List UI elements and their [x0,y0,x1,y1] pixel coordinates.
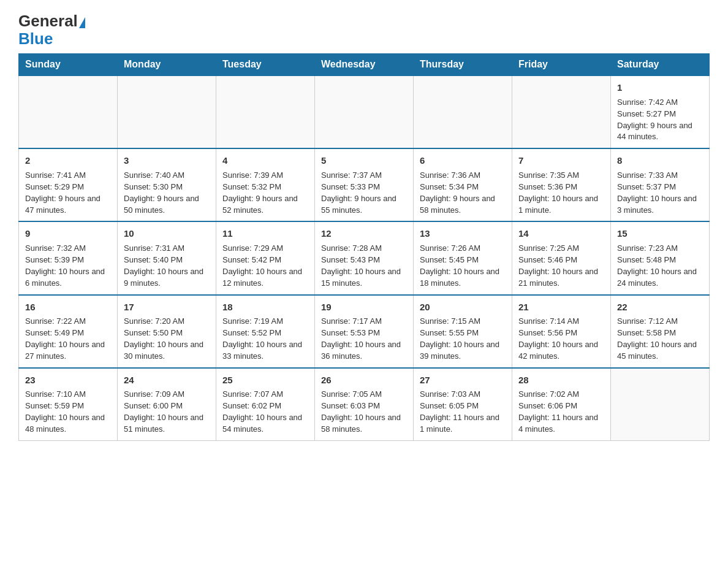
calendar-cell [611,368,710,441]
day-number: 6 [420,154,506,167]
day-number: 10 [124,227,210,240]
calendar-cell: 4Sunrise: 7:39 AM Sunset: 5:32 PM Daylig… [216,148,315,221]
day-number: 25 [222,373,308,387]
day-info: Sunrise: 7:14 AM Sunset: 5:56 PM Dayligh… [518,316,604,362]
calendar-cell: 12Sunrise: 7:28 AM Sunset: 5:43 PM Dayli… [315,221,414,294]
weekday-header-thursday: Thursday [414,54,512,76]
logo: General Blue [18,12,85,47]
calendar-cell: 23Sunrise: 7:10 AM Sunset: 5:59 PM Dayli… [19,368,118,441]
calendar-cell: 20Sunrise: 7:15 AM Sunset: 5:55 PM Dayli… [414,295,512,368]
calendar-cell [216,75,315,148]
day-number: 22 [617,301,703,314]
weekday-header-monday: Monday [118,54,216,76]
day-number: 16 [25,301,111,314]
calendar-cell: 10Sunrise: 7:31 AM Sunset: 5:40 PM Dayli… [118,221,216,294]
calendar-cell: 9Sunrise: 7:32 AM Sunset: 5:39 PM Daylig… [19,221,118,294]
calendar-cell: 2Sunrise: 7:41 AM Sunset: 5:29 PM Daylig… [19,148,118,221]
day-info: Sunrise: 7:19 AM Sunset: 5:52 PM Dayligh… [222,316,308,362]
day-info: Sunrise: 7:35 AM Sunset: 5:36 PM Dayligh… [518,170,604,216]
calendar-cell [414,75,512,148]
day-info: Sunrise: 7:37 AM Sunset: 5:33 PM Dayligh… [321,170,407,216]
day-info: Sunrise: 7:12 AM Sunset: 5:58 PM Dayligh… [617,316,703,362]
day-number: 28 [518,373,604,387]
calendar-cell: 7Sunrise: 7:35 AM Sunset: 5:36 PM Daylig… [512,148,611,221]
day-number: 20 [420,301,506,314]
calendar-cell: 13Sunrise: 7:26 AM Sunset: 5:45 PM Dayli… [414,221,512,294]
calendar-cell: 28Sunrise: 7:02 AM Sunset: 6:06 PM Dayli… [512,368,611,441]
day-info: Sunrise: 7:26 AM Sunset: 5:45 PM Dayligh… [420,243,506,289]
calendar-cell: 14Sunrise: 7:25 AM Sunset: 5:46 PM Dayli… [512,221,611,294]
day-info: Sunrise: 7:09 AM Sunset: 6:00 PM Dayligh… [124,389,210,435]
day-info: Sunrise: 7:40 AM Sunset: 5:30 PM Dayligh… [124,170,210,216]
day-info: Sunrise: 7:23 AM Sunset: 5:48 PM Dayligh… [617,243,703,289]
day-number: 17 [124,301,210,314]
calendar-cell: 15Sunrise: 7:23 AM Sunset: 5:48 PM Dayli… [611,221,710,294]
day-number: 21 [518,301,604,314]
day-info: Sunrise: 7:15 AM Sunset: 5:55 PM Dayligh… [420,316,506,362]
calendar-cell [512,75,611,148]
day-info: Sunrise: 7:07 AM Sunset: 6:02 PM Dayligh… [222,389,308,435]
day-info: Sunrise: 7:39 AM Sunset: 5:32 PM Dayligh… [222,170,308,216]
calendar-cell: 6Sunrise: 7:36 AM Sunset: 5:34 PM Daylig… [414,148,512,221]
day-number: 19 [321,301,407,314]
calendar-cell: 18Sunrise: 7:19 AM Sunset: 5:52 PM Dayli… [216,295,315,368]
day-number: 12 [321,227,407,240]
calendar-cell: 1Sunrise: 7:42 AM Sunset: 5:27 PM Daylig… [611,75,710,148]
day-number: 3 [124,154,210,167]
calendar-cell: 5Sunrise: 7:37 AM Sunset: 5:33 PM Daylig… [315,148,414,221]
logo-triangle-icon [79,17,85,28]
calendar-cell: 25Sunrise: 7:07 AM Sunset: 6:02 PM Dayli… [216,368,315,441]
calendar-cell: 17Sunrise: 7:20 AM Sunset: 5:50 PM Dayli… [118,295,216,368]
day-number: 2 [25,154,111,167]
calendar-cell: 24Sunrise: 7:09 AM Sunset: 6:00 PM Dayli… [118,368,216,441]
day-info: Sunrise: 7:29 AM Sunset: 5:42 PM Dayligh… [222,243,308,289]
day-number: 11 [222,227,308,240]
day-number: 7 [518,154,604,167]
calendar-cell: 19Sunrise: 7:17 AM Sunset: 5:53 PM Dayli… [315,295,414,368]
day-info: Sunrise: 7:28 AM Sunset: 5:43 PM Dayligh… [321,243,407,289]
day-number: 27 [420,373,506,387]
logo-blue-line: Blue [18,30,53,48]
weekday-header-sunday: Sunday [19,54,118,76]
calendar-cell: 21Sunrise: 7:14 AM Sunset: 5:56 PM Dayli… [512,295,611,368]
calendar-table: SundayMondayTuesdayWednesdayThursdayFrid… [18,53,710,441]
logo-general-line: General [18,12,85,30]
calendar-week-row: 1Sunrise: 7:42 AM Sunset: 5:27 PM Daylig… [19,75,710,148]
calendar-cell: 8Sunrise: 7:33 AM Sunset: 5:37 PM Daylig… [611,148,710,221]
day-info: Sunrise: 7:42 AM Sunset: 5:27 PM Dayligh… [617,97,703,143]
calendar-cell [315,75,414,148]
day-info: Sunrise: 7:20 AM Sunset: 5:50 PM Dayligh… [124,316,210,362]
calendar-header-row: SundayMondayTuesdayWednesdayThursdayFrid… [19,54,710,76]
day-number: 18 [222,301,308,314]
weekday-header-tuesday: Tuesday [216,54,315,76]
calendar-cell [19,75,118,148]
day-number: 1 [617,81,703,94]
calendar-week-row: 23Sunrise: 7:10 AM Sunset: 5:59 PM Dayli… [19,368,710,441]
calendar-cell: 22Sunrise: 7:12 AM Sunset: 5:58 PM Dayli… [611,295,710,368]
day-number: 9 [25,227,111,240]
calendar-cell: 3Sunrise: 7:40 AM Sunset: 5:30 PM Daylig… [118,148,216,221]
day-info: Sunrise: 7:02 AM Sunset: 6:06 PM Dayligh… [518,389,604,435]
weekday-header-friday: Friday [512,54,611,76]
calendar-cell [118,75,216,148]
day-number: 5 [321,154,407,167]
weekday-header-saturday: Saturday [611,54,710,76]
day-number: 14 [518,227,604,240]
calendar-cell: 26Sunrise: 7:05 AM Sunset: 6:03 PM Dayli… [315,368,414,441]
day-info: Sunrise: 7:10 AM Sunset: 5:59 PM Dayligh… [25,389,111,435]
calendar-week-row: 9Sunrise: 7:32 AM Sunset: 5:39 PM Daylig… [19,221,710,294]
calendar-cell: 16Sunrise: 7:22 AM Sunset: 5:49 PM Dayli… [19,295,118,368]
logo-blue-text: Blue [18,29,53,48]
calendar-cell: 27Sunrise: 7:03 AM Sunset: 6:05 PM Dayli… [414,368,512,441]
day-info: Sunrise: 7:36 AM Sunset: 5:34 PM Dayligh… [420,170,506,216]
day-number: 24 [124,373,210,387]
logo-general-text: General [18,12,78,30]
weekday-header-wednesday: Wednesday [315,54,414,76]
day-info: Sunrise: 7:32 AM Sunset: 5:39 PM Dayligh… [25,243,111,289]
day-info: Sunrise: 7:31 AM Sunset: 5:40 PM Dayligh… [124,243,210,289]
day-info: Sunrise: 7:05 AM Sunset: 6:03 PM Dayligh… [321,389,407,435]
day-number: 8 [617,154,703,167]
day-info: Sunrise: 7:41 AM Sunset: 5:29 PM Dayligh… [25,170,111,216]
day-info: Sunrise: 7:25 AM Sunset: 5:46 PM Dayligh… [518,243,604,289]
calendar-week-row: 2Sunrise: 7:41 AM Sunset: 5:29 PM Daylig… [19,148,710,221]
